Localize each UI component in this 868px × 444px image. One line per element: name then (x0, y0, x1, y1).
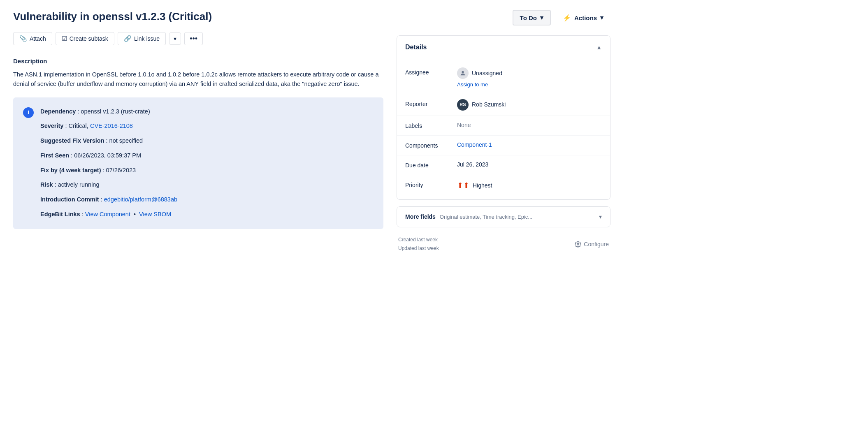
priority-icon: ⬆⬆ (457, 180, 469, 191)
info-icon: i (23, 107, 34, 118)
severity-row: Severity : Critical, CVE-2016-2108 (40, 122, 372, 131)
created-text: Created last week (398, 236, 439, 245)
page-title: Vulnerability in openssl v1.2.3 (Critica… (13, 10, 383, 24)
gear-icon (575, 241, 581, 247)
cve-link[interactable]: CVE-2016-2108 (90, 123, 133, 129)
details-header[interactable]: Details ▲ (397, 36, 610, 59)
edgebit-links-row: EdgeBit Links : View Component • View SB… (40, 210, 372, 219)
configure-button[interactable]: Configure (575, 241, 609, 247)
create-subtask-button[interactable]: ☑ Create subtask (56, 32, 114, 45)
risk-row: Risk : actively running (40, 180, 372, 190)
priority-value: Highest (473, 181, 492, 190)
assignee-value: Unassigned (472, 69, 502, 78)
reporter-label: Reporter (405, 99, 450, 109)
attach-button[interactable]: 📎 Attach (13, 32, 52, 45)
components-label: Components (405, 141, 450, 150)
collapse-icon: ▲ (596, 43, 602, 52)
assignee-label: Assignee (405, 67, 450, 77)
reporter-name: Rob Szumski (472, 100, 506, 109)
more-fields-header[interactable]: More fields Original estimate, Time trac… (405, 213, 602, 221)
priority-label: Priority (405, 180, 450, 190)
todo-button[interactable]: To Do ▾ (513, 10, 551, 25)
svg-point-1 (577, 243, 579, 245)
description-section: Description The ASN.1 implementation in … (13, 57, 383, 89)
info-box: i Dependency : openssl v1.2.3 (rust-crat… (13, 97, 383, 229)
toolbar: 📎 Attach ☑ Create subtask 🔗 Link issue ▾… (13, 32, 383, 45)
suggested-fix-row: Suggested Fix Version : not specified (40, 136, 372, 146)
assignee-row: Assignee Unassigned Assign to me (397, 62, 610, 94)
lightning-icon: ⚡ (563, 14, 571, 22)
configure-label: Configure (584, 241, 609, 247)
more-fields-panel[interactable]: More fields Original estimate, Time trac… (397, 206, 610, 227)
intro-commit-link[interactable]: edgebitio/platform@6883ab (104, 196, 177, 203)
details-body: Assignee Unassigned Assign to me (397, 59, 610, 199)
toolbar-more-button[interactable]: ••• (184, 32, 203, 45)
reporter-avatar: RS (457, 99, 469, 111)
component-value[interactable]: Component-1 (457, 141, 492, 149)
link-issue-button[interactable]: 🔗 Link issue (118, 32, 166, 45)
details-panel: Details ▲ Assignee (397, 35, 610, 200)
sidebar-footer: Created last week Updated last week Conf… (397, 236, 610, 253)
more-fields-subtitle: Original estimate, Time tracking, Epic..… (440, 214, 532, 220)
paperclip-icon: 📎 (19, 35, 27, 42)
toolbar-dropdown-button[interactable]: ▾ (169, 32, 181, 45)
description-label: Description (13, 57, 383, 66)
sidebar-top-actions: To Do ▾ ⚡ Actions ▾ (397, 10, 610, 25)
labels-value: None (457, 121, 471, 130)
details-title: Details (405, 42, 427, 52)
labels-row: Labels None (397, 116, 610, 135)
chevron-down-icon: ▾ (599, 213, 602, 221)
first-seen-row: First Seen : 06/26/2023, 03:59:37 PM (40, 151, 372, 160)
more-fields-title: More fields (405, 213, 436, 220)
priority-row: Priority ⬆⬆ Highest (397, 175, 610, 196)
view-component-link[interactable]: View Component (85, 211, 130, 217)
fix-by-row: Fix by (4 week target) : 07/26/2023 (40, 166, 372, 175)
dependency-row: Dependency : openssl v1.2.3 (rust-crate) (40, 107, 372, 116)
svg-point-0 (462, 71, 464, 73)
subtask-icon: ☑ (62, 35, 67, 42)
updated-text: Updated last week (398, 244, 439, 253)
components-row: Components Component-1 (397, 135, 610, 155)
description-text: The ASN.1 implementation in OpenSSL befo… (13, 70, 383, 89)
link-icon: 🔗 (124, 35, 132, 42)
due-date-value: Jul 26, 2023 (457, 160, 488, 169)
view-sbom-link[interactable]: View SBOM (139, 211, 171, 217)
due-date-row: Due date Jul 26, 2023 (397, 155, 610, 175)
assign-to-me-link[interactable]: Assign to me (457, 81, 488, 89)
chevron-down-icon: ▾ (600, 14, 603, 21)
footer-dates: Created last week Updated last week (398, 236, 439, 253)
due-date-label: Due date (405, 160, 450, 170)
actions-button[interactable]: ⚡ Actions ▾ (556, 10, 610, 25)
unassigned-avatar (457, 67, 469, 79)
intro-commit-row: Introduction Commit : edgebitio/platform… (40, 195, 372, 204)
labels-label: Labels (405, 121, 450, 130)
chevron-down-icon: ▾ (540, 14, 543, 21)
reporter-row: Reporter RS Rob Szumski (397, 94, 610, 116)
